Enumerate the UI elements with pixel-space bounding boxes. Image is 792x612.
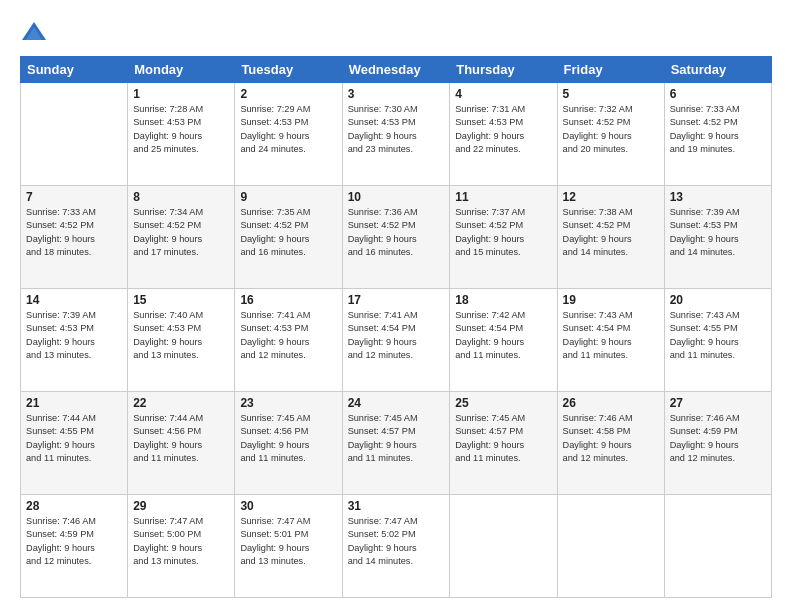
day-cell: 27Sunrise: 7:46 AM Sunset: 4:59 PM Dayli… <box>664 392 771 495</box>
day-cell: 11Sunrise: 7:37 AM Sunset: 4:52 PM Dayli… <box>450 186 557 289</box>
day-number: 23 <box>240 396 336 410</box>
day-number: 25 <box>455 396 551 410</box>
day-info: Sunrise: 7:32 AM Sunset: 4:52 PM Dayligh… <box>563 103 659 156</box>
header <box>20 18 772 46</box>
day-number: 1 <box>133 87 229 101</box>
day-cell: 30Sunrise: 7:47 AM Sunset: 5:01 PM Dayli… <box>235 495 342 598</box>
day-info: Sunrise: 7:46 AM Sunset: 4:59 PM Dayligh… <box>26 515 122 568</box>
day-cell: 24Sunrise: 7:45 AM Sunset: 4:57 PM Dayli… <box>342 392 450 495</box>
day-info: Sunrise: 7:33 AM Sunset: 4:52 PM Dayligh… <box>26 206 122 259</box>
day-cell: 7Sunrise: 7:33 AM Sunset: 4:52 PM Daylig… <box>21 186 128 289</box>
day-cell: 29Sunrise: 7:47 AM Sunset: 5:00 PM Dayli… <box>128 495 235 598</box>
day-cell: 1Sunrise: 7:28 AM Sunset: 4:53 PM Daylig… <box>128 83 235 186</box>
day-number: 8 <box>133 190 229 204</box>
day-number: 18 <box>455 293 551 307</box>
day-cell <box>557 495 664 598</box>
day-number: 16 <box>240 293 336 307</box>
day-info: Sunrise: 7:30 AM Sunset: 4:53 PM Dayligh… <box>348 103 445 156</box>
day-number: 20 <box>670 293 766 307</box>
day-info: Sunrise: 7:45 AM Sunset: 4:56 PM Dayligh… <box>240 412 336 465</box>
day-info: Sunrise: 7:44 AM Sunset: 4:55 PM Dayligh… <box>26 412 122 465</box>
day-number: 15 <box>133 293 229 307</box>
col-header-saturday: Saturday <box>664 57 771 83</box>
day-number: 14 <box>26 293 122 307</box>
day-number: 27 <box>670 396 766 410</box>
week-row-0: 1Sunrise: 7:28 AM Sunset: 4:53 PM Daylig… <box>21 83 772 186</box>
day-cell: 26Sunrise: 7:46 AM Sunset: 4:58 PM Dayli… <box>557 392 664 495</box>
day-cell: 20Sunrise: 7:43 AM Sunset: 4:55 PM Dayli… <box>664 289 771 392</box>
day-info: Sunrise: 7:41 AM Sunset: 4:53 PM Dayligh… <box>240 309 336 362</box>
day-info: Sunrise: 7:41 AM Sunset: 4:54 PM Dayligh… <box>348 309 445 362</box>
week-row-4: 28Sunrise: 7:46 AM Sunset: 4:59 PM Dayli… <box>21 495 772 598</box>
day-cell: 21Sunrise: 7:44 AM Sunset: 4:55 PM Dayli… <box>21 392 128 495</box>
day-info: Sunrise: 7:33 AM Sunset: 4:52 PM Dayligh… <box>670 103 766 156</box>
day-cell: 15Sunrise: 7:40 AM Sunset: 4:53 PM Dayli… <box>128 289 235 392</box>
col-header-friday: Friday <box>557 57 664 83</box>
day-cell: 13Sunrise: 7:39 AM Sunset: 4:53 PM Dayli… <box>664 186 771 289</box>
day-number: 17 <box>348 293 445 307</box>
day-cell: 3Sunrise: 7:30 AM Sunset: 4:53 PM Daylig… <box>342 83 450 186</box>
day-number: 13 <box>670 190 766 204</box>
day-cell: 22Sunrise: 7:44 AM Sunset: 4:56 PM Dayli… <box>128 392 235 495</box>
day-info: Sunrise: 7:43 AM Sunset: 4:55 PM Dayligh… <box>670 309 766 362</box>
day-info: Sunrise: 7:36 AM Sunset: 4:52 PM Dayligh… <box>348 206 445 259</box>
week-row-2: 14Sunrise: 7:39 AM Sunset: 4:53 PM Dayli… <box>21 289 772 392</box>
day-number: 5 <box>563 87 659 101</box>
day-info: Sunrise: 7:45 AM Sunset: 4:57 PM Dayligh… <box>455 412 551 465</box>
day-number: 7 <box>26 190 122 204</box>
day-info: Sunrise: 7:35 AM Sunset: 4:52 PM Dayligh… <box>240 206 336 259</box>
day-number: 3 <box>348 87 445 101</box>
col-header-sunday: Sunday <box>21 57 128 83</box>
day-cell: 5Sunrise: 7:32 AM Sunset: 4:52 PM Daylig… <box>557 83 664 186</box>
day-cell <box>450 495 557 598</box>
day-info: Sunrise: 7:47 AM Sunset: 5:01 PM Dayligh… <box>240 515 336 568</box>
day-info: Sunrise: 7:47 AM Sunset: 5:02 PM Dayligh… <box>348 515 445 568</box>
logo <box>20 18 52 46</box>
day-number: 24 <box>348 396 445 410</box>
day-info: Sunrise: 7:42 AM Sunset: 4:54 PM Dayligh… <box>455 309 551 362</box>
week-row-3: 21Sunrise: 7:44 AM Sunset: 4:55 PM Dayli… <box>21 392 772 495</box>
day-cell: 10Sunrise: 7:36 AM Sunset: 4:52 PM Dayli… <box>342 186 450 289</box>
day-number: 9 <box>240 190 336 204</box>
day-number: 6 <box>670 87 766 101</box>
day-cell: 6Sunrise: 7:33 AM Sunset: 4:52 PM Daylig… <box>664 83 771 186</box>
day-cell: 18Sunrise: 7:42 AM Sunset: 4:54 PM Dayli… <box>450 289 557 392</box>
week-row-1: 7Sunrise: 7:33 AM Sunset: 4:52 PM Daylig… <box>21 186 772 289</box>
day-info: Sunrise: 7:38 AM Sunset: 4:52 PM Dayligh… <box>563 206 659 259</box>
day-info: Sunrise: 7:40 AM Sunset: 4:53 PM Dayligh… <box>133 309 229 362</box>
day-cell: 9Sunrise: 7:35 AM Sunset: 4:52 PM Daylig… <box>235 186 342 289</box>
day-info: Sunrise: 7:46 AM Sunset: 4:58 PM Dayligh… <box>563 412 659 465</box>
day-info: Sunrise: 7:45 AM Sunset: 4:57 PM Dayligh… <box>348 412 445 465</box>
day-cell: 31Sunrise: 7:47 AM Sunset: 5:02 PM Dayli… <box>342 495 450 598</box>
day-cell: 17Sunrise: 7:41 AM Sunset: 4:54 PM Dayli… <box>342 289 450 392</box>
day-info: Sunrise: 7:46 AM Sunset: 4:59 PM Dayligh… <box>670 412 766 465</box>
day-number: 28 <box>26 499 122 513</box>
day-cell: 12Sunrise: 7:38 AM Sunset: 4:52 PM Dayli… <box>557 186 664 289</box>
day-number: 11 <box>455 190 551 204</box>
day-number: 22 <box>133 396 229 410</box>
day-cell: 4Sunrise: 7:31 AM Sunset: 4:53 PM Daylig… <box>450 83 557 186</box>
day-number: 26 <box>563 396 659 410</box>
col-header-monday: Monday <box>128 57 235 83</box>
day-number: 10 <box>348 190 445 204</box>
day-cell: 23Sunrise: 7:45 AM Sunset: 4:56 PM Dayli… <box>235 392 342 495</box>
calendar-header-row: SundayMondayTuesdayWednesdayThursdayFrid… <box>21 57 772 83</box>
day-info: Sunrise: 7:28 AM Sunset: 4:53 PM Dayligh… <box>133 103 229 156</box>
day-info: Sunrise: 7:43 AM Sunset: 4:54 PM Dayligh… <box>563 309 659 362</box>
day-info: Sunrise: 7:31 AM Sunset: 4:53 PM Dayligh… <box>455 103 551 156</box>
day-number: 31 <box>348 499 445 513</box>
col-header-wednesday: Wednesday <box>342 57 450 83</box>
day-number: 30 <box>240 499 336 513</box>
day-cell: 25Sunrise: 7:45 AM Sunset: 4:57 PM Dayli… <box>450 392 557 495</box>
day-number: 4 <box>455 87 551 101</box>
day-number: 12 <box>563 190 659 204</box>
day-info: Sunrise: 7:47 AM Sunset: 5:00 PM Dayligh… <box>133 515 229 568</box>
day-cell <box>664 495 771 598</box>
day-cell: 8Sunrise: 7:34 AM Sunset: 4:52 PM Daylig… <box>128 186 235 289</box>
day-cell: 16Sunrise: 7:41 AM Sunset: 4:53 PM Dayli… <box>235 289 342 392</box>
day-cell: 14Sunrise: 7:39 AM Sunset: 4:53 PM Dayli… <box>21 289 128 392</box>
day-number: 29 <box>133 499 229 513</box>
calendar-table: SundayMondayTuesdayWednesdayThursdayFrid… <box>20 56 772 598</box>
day-info: Sunrise: 7:37 AM Sunset: 4:52 PM Dayligh… <box>455 206 551 259</box>
logo-icon <box>20 18 48 46</box>
